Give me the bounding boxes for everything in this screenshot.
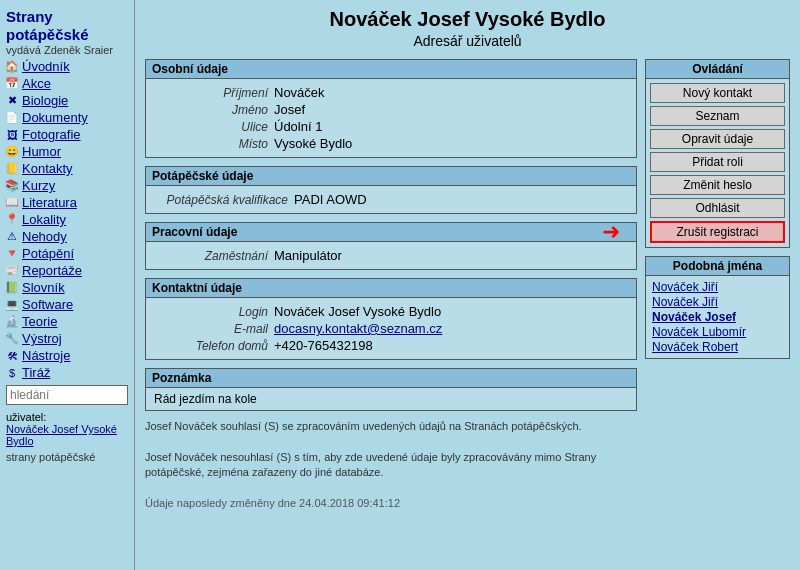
similar-name-0[interactable]: Nováček Jiří	[652, 280, 783, 294]
nav-label-16: Výstroj	[22, 331, 62, 346]
sidebar-item-teorie[interactable]: 🔬Teorie	[0, 313, 134, 330]
page-subtitle: Adresář uživatelů	[145, 33, 790, 49]
note-section: Poznámka Rád jezdím na kole	[145, 368, 637, 411]
kvalifikace-value: PADI AOWD	[294, 192, 367, 207]
nav-label-18: Tiráž	[22, 365, 50, 380]
consent-line2: Josef Nováček nesouhlasí (S) s tím, aby …	[145, 450, 637, 481]
kvalifikace-row: Potápěčská kvalifikace PADI AOWD	[154, 192, 628, 207]
nav-label-15: Teorie	[22, 314, 57, 329]
nav-label-0: Úvodník	[22, 59, 70, 74]
sidebar-item-lokality[interactable]: 📍Lokality	[0, 211, 134, 228]
email-link[interactable]: docasny.kontakt@seznam.cz	[274, 321, 442, 336]
login-value: Nováček Josef Vysoké Bydlo	[274, 304, 441, 319]
right-panel: Ovládání Nový kontaktSeznamOpravit údaje…	[645, 59, 790, 511]
sidebar-item-software[interactable]: 💻Software	[0, 296, 134, 313]
nav-icon-0: 🏠	[4, 60, 20, 73]
sidebar-item-slovník[interactable]: 📗Slovník	[0, 279, 134, 296]
user-info: uživatel: Nováček Josef Vysoké Bydlo	[6, 411, 128, 447]
nav-label-2: Biologie	[22, 93, 68, 108]
sidebar-item-fotografie[interactable]: 🖼Fotografie	[0, 126, 134, 143]
email-value: docasny.kontakt@seznam.cz	[274, 321, 442, 336]
telefon-row: Telefon domů +420-765432198	[154, 338, 628, 353]
nav-icon-17: 🛠	[4, 350, 20, 362]
nav-label-7: Kurzy	[22, 178, 55, 193]
sidebar-item-výstroj[interactable]: 🔧Výstroj	[0, 330, 134, 347]
sidebar-item-literatura[interactable]: 📖Literatura	[0, 194, 134, 211]
ulice-label: Ulice	[154, 120, 274, 134]
user-link[interactable]: Nováček Josef Vysoké Bydlo	[6, 423, 117, 447]
nav-icon-2: ✖	[4, 94, 20, 107]
nav-label-17: Nástroje	[22, 348, 70, 363]
ctrl-btn-opravit-údaje[interactable]: Opravit údaje	[650, 129, 785, 149]
nav-label-14: Software	[22, 297, 73, 312]
sidebar-header: Strany potápěčské vydává Zdeněk Sraier	[0, 4, 134, 58]
note-value: Rád jezdím na kole	[154, 392, 628, 406]
sidebar-item-potápění[interactable]: 🔻Potápění	[0, 245, 134, 262]
sidebar-item-tiráž[interactable]: $Tiráž	[0, 364, 134, 381]
nav-icon-8: 📖	[4, 196, 20, 209]
similar-name-2[interactable]: Nováček Josef	[652, 310, 783, 324]
sidebar-item-nástroje[interactable]: 🛠Nástroje	[0, 347, 134, 364]
similar-name-1[interactable]: Nováček Jiří	[652, 295, 783, 309]
sidebar-subtitle: vydává Zdeněk Sraier	[6, 44, 128, 56]
ctrl-btn-seznam[interactable]: Seznam	[650, 106, 785, 126]
ctrl-btn-odhlásit[interactable]: Odhlásit	[650, 198, 785, 218]
contact-section-title: Kontaktní údaje	[146, 279, 636, 298]
ulice-value: Údolní 1	[274, 119, 322, 134]
nav-icon-12: 📰	[4, 264, 20, 277]
ctrl-btn-přidat-roli[interactable]: Přidat roli	[650, 152, 785, 172]
sidebar-item-biologie[interactable]: ✖Biologie	[0, 92, 134, 109]
page-title: Nováček Josef Vysoké Bydlo	[145, 8, 790, 31]
nav-icon-5: 😄	[4, 145, 20, 158]
nav-label-6: Kontakty	[22, 161, 73, 176]
sidebar-item-dokumenty[interactable]: 📄Dokumenty	[0, 109, 134, 126]
sidebar-title: Strany potápěčské	[6, 8, 128, 44]
nav-icon-15: 🔬	[4, 315, 20, 328]
controls-content: Nový kontaktSeznamOpravit údajePřidat ro…	[646, 79, 789, 247]
nav-icon-9: 📍	[4, 213, 20, 226]
misto-label: Místo	[154, 137, 274, 151]
sidebar-item-humor[interactable]: 😄Humor	[0, 143, 134, 160]
similar-name-3[interactable]: Nováček Lubomír	[652, 325, 783, 339]
nav-label-9: Lokality	[22, 212, 66, 227]
sidebar-item-reportáže[interactable]: 📰Reportáže	[0, 262, 134, 279]
ctrl-btn-zrušit-registraci[interactable]: Zrušit registraci➜	[650, 221, 785, 243]
sidebar-item-kontakty[interactable]: 📒Kontakty	[0, 160, 134, 177]
contact-section: Kontaktní údaje Login Nováček Josef Vyso…	[145, 278, 637, 360]
email-row: E-mail docasny.kontakt@seznam.cz	[154, 321, 628, 336]
nav-icon-13: 📗	[4, 281, 20, 294]
sidebar-item-úvodník[interactable]: 🏠Úvodník	[0, 58, 134, 75]
kvalifikace-label: Potápěčská kvalifikace	[154, 193, 294, 207]
nav-label-1: Akce	[22, 76, 51, 91]
work-section-content: Zaměstnání Manipulátor	[146, 242, 636, 269]
nav-label-5: Humor	[22, 144, 61, 159]
search-input[interactable]	[6, 385, 128, 405]
consent-line3: Údaje naposledy změněny dne 24.04.2018 0…	[145, 496, 637, 511]
nav-icon-1: 📅	[4, 77, 20, 90]
nav-icon-6: 📒	[4, 162, 20, 175]
similar-names-box: Podobná jména Nováček JiříNováček JiříNo…	[645, 256, 790, 359]
ulice-row: Ulice Údolní 1	[154, 119, 628, 134]
note-section-content: Rád jezdím na kole	[146, 388, 636, 410]
prijmeni-label: Příjmení	[154, 86, 274, 100]
sidebar-item-nehody[interactable]: ⚠Nehody	[0, 228, 134, 245]
nav-icon-16: 🔧	[4, 332, 20, 345]
nav-icon-3: 📄	[4, 111, 20, 124]
diving-section-content: Potápěčská kvalifikace PADI AOWD	[146, 186, 636, 213]
nav-label-3: Dokumenty	[22, 110, 88, 125]
content-area: Osobní údaje Příjmení Nováček Jméno Jose…	[145, 59, 790, 511]
nav-icon-18: $	[4, 367, 20, 379]
jmeno-label: Jméno	[154, 103, 274, 117]
sidebar-item-akce[interactable]: 📅Akce	[0, 75, 134, 92]
controls-title: Ovládání	[646, 60, 789, 79]
nav-label-11: Potápění	[22, 246, 74, 261]
ctrl-btn-změnit-heslo[interactable]: Změnit heslo	[650, 175, 785, 195]
prijmeni-value: Nováček	[274, 85, 325, 100]
sidebar-item-kurzy[interactable]: 📚Kurzy	[0, 177, 134, 194]
ctrl-btn-nový-kontakt[interactable]: Nový kontakt	[650, 83, 785, 103]
nav-icon-4: 🖼	[4, 129, 20, 141]
nav-label-8: Literatura	[22, 195, 77, 210]
jmeno-row: Jméno Josef	[154, 102, 628, 117]
nav-list: 🏠Úvodník📅Akce✖Biologie📄Dokumenty🖼Fotogra…	[0, 58, 134, 381]
similar-name-4[interactable]: Nováček Robert	[652, 340, 783, 354]
